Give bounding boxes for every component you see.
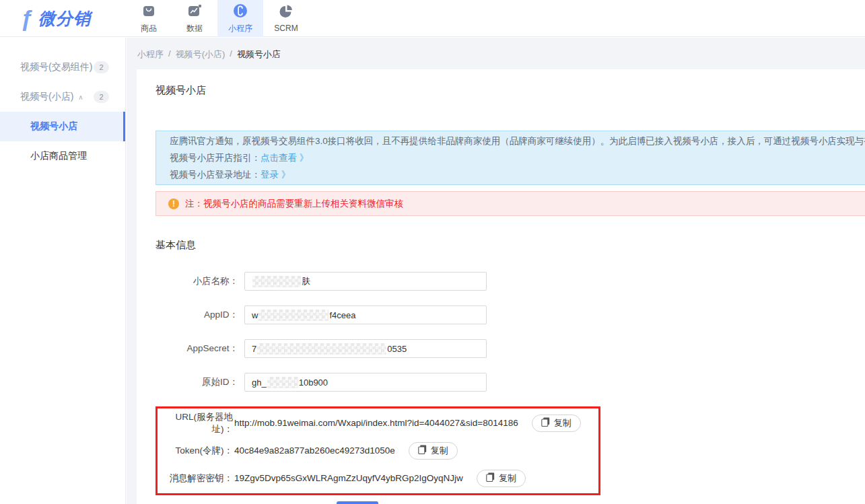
notice-line-3: 视频号小店登录地址：登录 》 bbox=[170, 166, 865, 183]
basic-info-form: 小店名称： 肤 AppID： wf4ceea AppSecret： 70535 … bbox=[155, 272, 865, 392]
appid-label: AppID： bbox=[155, 309, 244, 321]
data-chart-icon bbox=[187, 3, 202, 21]
tab-scrm-label: SCRM bbox=[274, 24, 298, 33]
tab-data-label: 数据 bbox=[186, 23, 203, 34]
sidebar-item-shop-goods-label: 小店商品管理 bbox=[30, 150, 87, 162]
copy-icon bbox=[541, 417, 550, 429]
open-shop-guide-label: 视频号小店开店指引： bbox=[170, 153, 261, 163]
info-notice-box: 应腾讯官方通知，原视频号交易组件3.0接口将收回，且不再提供给非品牌商家使用（品… bbox=[155, 131, 865, 185]
form-row-shop-name: 小店名称： 肤 bbox=[155, 272, 865, 291]
section-title-basic-info: 基本信息 bbox=[155, 239, 865, 252]
sidebar-group-channel-shop[interactable]: 视频号(小店) ∧ 2 bbox=[0, 82, 125, 112]
form-row-appid: AppID： wf4ceea bbox=[155, 305, 865, 324]
token-label: Token(令牌)： bbox=[158, 445, 233, 457]
copy-url-button[interactable]: 复制 bbox=[532, 415, 581, 432]
message-key-label: 消息解密密钥： bbox=[158, 472, 233, 484]
shop-login-link[interactable]: 登录 》 bbox=[261, 170, 290, 180]
form-row-appsecret: AppSecret： 70535 bbox=[155, 339, 865, 358]
copy-url-label: 复制 bbox=[554, 417, 572, 429]
original-id-value-suffix: 10b900 bbox=[299, 377, 328, 388]
original-id-value-prefix: gh_ bbox=[252, 377, 267, 388]
shop-name-input[interactable]: 肤 bbox=[244, 272, 487, 291]
copy-token-label: 复制 bbox=[431, 445, 448, 457]
appid-input[interactable]: wf4ceea bbox=[244, 305, 487, 324]
appid-value-prefix: w bbox=[252, 310, 258, 320]
tab-miniprogram[interactable]: 小程序 bbox=[217, 0, 263, 37]
goods-bag-icon bbox=[141, 3, 156, 21]
tab-data[interactable]: 数据 bbox=[172, 0, 217, 37]
server-url-row: URL(服务器地址)： http://mob.91weimai.com/Wxap… bbox=[158, 409, 598, 437]
logo-mark-icon: ƒ bbox=[20, 7, 33, 30]
copy-token-button[interactable]: 复制 bbox=[409, 442, 458, 460]
open-shop-guide-link[interactable]: 点击查看 》 bbox=[261, 153, 308, 163]
copy-icon bbox=[418, 445, 427, 456]
message-key-row: 消息解密密钥： 19Zgv5Dvp65sGxWLRAgmZzUqyfV4ybRG… bbox=[158, 464, 598, 492]
tab-goods[interactable]: 商品 bbox=[126, 0, 172, 37]
appsecret-label: AppSecret： bbox=[155, 343, 244, 355]
server-url-label: URL(服务器地址)： bbox=[158, 411, 233, 435]
appid-value-suffix: f4ceea bbox=[329, 310, 355, 320]
sidebar-item-shop-goods-management[interactable]: 小店商品管理 bbox=[0, 141, 125, 171]
shop-name-value-suffix: 肤 bbox=[302, 275, 310, 287]
badge-count: 2 bbox=[94, 91, 109, 103]
warning-text: 注：视频号小店的商品需要重新上传相关资料微信审核 bbox=[185, 198, 403, 210]
appsecret-value-prefix: 7 bbox=[252, 344, 256, 354]
sidebar-item-channel-shop-label: 视频号小店 bbox=[30, 120, 77, 133]
shop-name-label: 小店名称： bbox=[155, 275, 244, 287]
appsecret-input[interactable]: 70535 bbox=[244, 339, 487, 358]
token-value: 40c84e9a82a877ab260ec49273d1050e bbox=[234, 445, 395, 456]
token-row: Token(令牌)： 40c84e9a82a877ab260ec49273d10… bbox=[158, 437, 598, 464]
top-header: ƒ 微分销 商品 数据 小程序 SCRM bbox=[0, 0, 865, 37]
app-logo[interactable]: ƒ 微分销 bbox=[20, 7, 91, 30]
sidebar-group-trade-label: 视频号(交易组件) bbox=[20, 61, 92, 73]
miniprogram-icon bbox=[233, 3, 248, 21]
redaction-blur bbox=[252, 276, 301, 287]
main-content: 小程序 / 视频号(小店) / 视频号小店 视频号小店 应腾讯官方通知，原视频号… bbox=[127, 38, 865, 504]
login-address-label: 视频号小店登录地址： bbox=[170, 170, 261, 180]
breadcrumb-separator: / bbox=[230, 48, 232, 61]
tab-scrm[interactable]: SCRM bbox=[263, 0, 309, 37]
original-id-label: 原始ID： bbox=[155, 376, 244, 388]
copy-icon bbox=[486, 472, 495, 484]
breadcrumb-separator: / bbox=[168, 48, 171, 61]
sidebar: 视频号(交易组件) ∨ 2 视频号(小店) ∧ 2 视频号小店 小店商品管理 bbox=[0, 38, 126, 504]
breadcrumb: 小程序 / 视频号(小店) / 视频号小店 bbox=[127, 38, 865, 61]
original-id-input[interactable]: gh_10b900 bbox=[244, 373, 487, 392]
redaction-blur bbox=[267, 377, 298, 388]
tab-goods-label: 商品 bbox=[141, 23, 157, 34]
sidebar-item-channel-shop[interactable]: 视频号小店 bbox=[0, 112, 125, 141]
appsecret-value-suffix: 0535 bbox=[387, 344, 407, 354]
notice-line-2: 视频号小店开店指引：点击查看 》 bbox=[170, 149, 865, 166]
copy-message-key-label: 复制 bbox=[499, 472, 516, 484]
server-url-value: http://mob.91weimai.com/Wxapi/index.html… bbox=[234, 418, 518, 428]
page-card: 视频号小店 应腾讯官方通知，原视频号交易组件3.0接口将收回，且不再提供给非品牌… bbox=[137, 69, 865, 504]
logo-text: 微分销 bbox=[38, 7, 91, 30]
chevron-up-icon: ∧ bbox=[78, 94, 83, 101]
breadcrumb-miniprogram[interactable]: 小程序 bbox=[137, 48, 164, 61]
page-title: 视频号小店 bbox=[155, 84, 865, 97]
sidebar-group-trade-component[interactable]: 视频号(交易组件) ∨ 2 bbox=[0, 52, 125, 82]
warning-notice-box: ! 注：视频号小店的商品需要重新上传相关资料微信审核 bbox=[155, 191, 865, 216]
top-nav: 商品 数据 小程序 SCRM bbox=[126, 0, 309, 37]
warning-icon: ! bbox=[168, 199, 179, 209]
scrm-pie-icon bbox=[279, 4, 293, 22]
badge-count: 2 bbox=[94, 61, 109, 73]
sidebar-group-shop-label: 视频号(小店) bbox=[20, 91, 73, 103]
message-key-value: 19Zgv5Dvp65sGxWLRAgmZzUqyfV4ybRGp2IgOyqN… bbox=[234, 473, 463, 483]
breadcrumb-channel-shop-group[interactable]: 视频号(小店) bbox=[176, 48, 226, 61]
redaction-blur bbox=[258, 310, 328, 321]
redaction-blur bbox=[257, 343, 386, 355]
tab-miniprogram-label: 小程序 bbox=[228, 23, 252, 34]
server-info-annotation-box: URL(服务器地址)： http://mob.91weimai.com/Wxap… bbox=[155, 406, 600, 495]
notice-line-1: 应腾讯官方通知，原视频号交易组件3.0接口将收回，且不再提供给非品牌商家使用（品… bbox=[170, 133, 865, 149]
save-button[interactable]: 保存 bbox=[337, 501, 378, 504]
breadcrumb-current-page: 视频号小店 bbox=[237, 48, 281, 61]
copy-message-key-button[interactable]: 复制 bbox=[477, 470, 526, 487]
form-row-original-id: 原始ID： gh_10b900 bbox=[155, 373, 865, 392]
